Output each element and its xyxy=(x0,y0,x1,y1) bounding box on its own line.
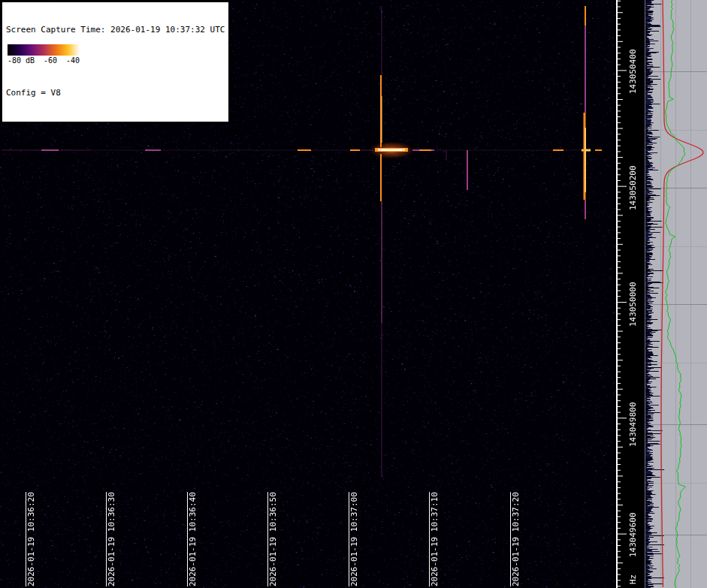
colorbar-legend: -80 dB -60 -40 xyxy=(5,42,83,66)
spectrogram-app: Screen Capture Time: 2026-01-19 10:37:32… xyxy=(0,0,707,588)
frequency-unit-label: Hz xyxy=(628,574,638,584)
time-tick-label: 2026-01-19 10:36:50 xyxy=(268,492,278,586)
capture-time-text: Screen Capture Time: 2026-01-19 10:37:32… xyxy=(6,25,225,35)
colorbar-labels: -80 dB -60 -40 xyxy=(8,56,80,65)
time-tick-label: 2026-01-19 10:37:10 xyxy=(430,492,440,586)
colorbar-max-label: -40 xyxy=(66,56,80,65)
time-tick-label: 2026-01-19 10:37:20 xyxy=(511,492,521,586)
frequency-tick-label: 143050000 xyxy=(628,282,638,327)
colorbar-min-label: -80 dB xyxy=(8,56,35,65)
colorbar-mid-label: -60 xyxy=(44,56,57,65)
frequency-tick-label: 143049800 xyxy=(628,402,638,447)
time-tick-label: 2026-01-19 10:36:40 xyxy=(188,492,198,586)
frequency-tick-label: 143050400 xyxy=(628,49,638,94)
spectrum-panel-canvas xyxy=(645,0,707,588)
colorbar-gradient xyxy=(8,44,80,56)
time-tick-label: 2026-01-19 10:36:30 xyxy=(107,492,116,586)
frequency-tick-label: 143050200 xyxy=(628,165,638,210)
time-tick-label: 2026-01-19 10:37:00 xyxy=(349,492,359,586)
config-text: Config = V8 xyxy=(6,88,225,98)
time-tick-label: 2026-01-19 10:36:20 xyxy=(26,492,36,586)
frequency-tick-label: 143049600 xyxy=(628,512,638,557)
